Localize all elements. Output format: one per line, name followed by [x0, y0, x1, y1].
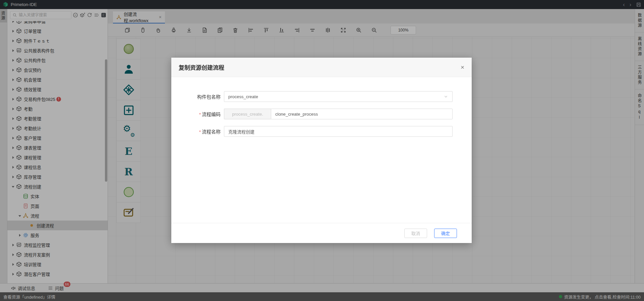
dialog-close-icon[interactable]: × — [461, 64, 464, 70]
dialog-title: 复制资源创建流程 — [179, 63, 224, 71]
dialog-header: 复制资源创建流程 × — [171, 58, 472, 77]
dialog-footer: 取消 确定 — [171, 223, 472, 243]
process-code-input[interactable] — [271, 109, 453, 119]
cancel-button[interactable]: 取消 — [404, 229, 427, 238]
required-asterisk: * — [199, 112, 201, 117]
package-name-value: process_create — [228, 94, 258, 99]
field-label-package: 构件包名称 — [171, 93, 221, 100]
copy-process-dialog: 复制资源创建流程 × 构件包名称 process_create *流程编码 pr… — [171, 58, 472, 243]
field-label-process-code: *流程编码 — [171, 111, 221, 117]
field-label-process-name: *流程名称 — [171, 128, 221, 135]
process-code-prefix: process_create. — [224, 109, 271, 119]
chevron-down-icon — [444, 94, 448, 99]
ok-button[interactable]: 确定 — [434, 229, 457, 238]
process-name-input[interactable] — [224, 126, 453, 137]
required-asterisk: * — [199, 129, 201, 134]
package-name-select[interactable]: process_create — [224, 91, 453, 102]
